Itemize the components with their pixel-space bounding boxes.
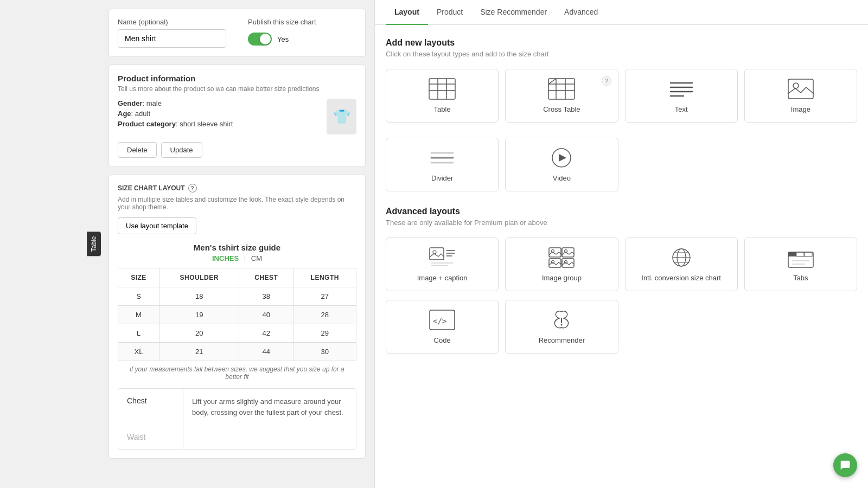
layout-card-image-caption[interactable]: Image + caption	[386, 237, 499, 291]
image-group-label: Image group	[542, 274, 582, 282]
tabs-label: Tabs	[793, 274, 808, 282]
advanced-layouts-title: Advanced layouts	[386, 207, 857, 216]
table-guide-title: Men's tshirt size guide	[118, 243, 356, 252]
layout-card-image-group[interactable]: Image group	[505, 237, 618, 291]
table-row: XL214430	[118, 343, 356, 361]
svg-rect-0	[429, 79, 455, 99]
svg-rect-45	[805, 252, 812, 256]
unit-selector: INCHES | CM	[118, 254, 356, 262]
use-template-button[interactable]: Use layout template	[118, 217, 196, 234]
category-field: Product category: short sleeve shirt	[118, 120, 233, 128]
cross-table-question-icon[interactable]: ?	[602, 76, 611, 86]
size-table: SIZE SHOULDER CHEST LENGTH S183827M19402…	[118, 268, 356, 361]
svg-rect-43	[788, 252, 796, 256]
floating-table-tab[interactable]: Table	[87, 232, 101, 256]
recommender-icon	[548, 309, 575, 331]
size-chart-layout-card: SIZE CHART LAYOUT ? Add in multiple size…	[108, 175, 366, 459]
col-size: SIZE	[118, 268, 159, 287]
image-label: Image	[791, 105, 810, 113]
size-chart-layout-title: SIZE CHART LAYOUT	[118, 184, 185, 192]
publish-toggle-text: Yes	[277, 35, 289, 43]
layout-card-tabs[interactable]: Tabs	[744, 237, 857, 291]
unit-divider: |	[244, 254, 246, 262]
layout-card-recommender[interactable]: Recommender	[505, 300, 618, 354]
product-info-description: Tell us more about the product so we can…	[118, 85, 356, 93]
layout-card-code[interactable]: </> Code	[386, 300, 499, 354]
table-row: L204229	[118, 324, 356, 343]
svg-point-23	[433, 251, 436, 254]
text-label: Text	[675, 105, 688, 113]
publish-toggle[interactable]	[248, 33, 272, 46]
image-caption-label: Image + caption	[417, 274, 468, 282]
layout-content: Add new layouts Click on these layout ty…	[375, 25, 868, 375]
basic-layouts-grid: Table ?	[386, 69, 857, 123]
image-icon	[787, 78, 814, 100]
tab-layout[interactable]: Layout	[386, 0, 428, 25]
layout-card-video[interactable]: Video	[505, 138, 618, 191]
name-label: Name (optional)	[118, 18, 226, 26]
measurement-guide: Chest Lift your arms slightly and measur…	[118, 388, 356, 450]
update-button[interactable]: Update	[161, 142, 202, 158]
svg-rect-44	[796, 252, 804, 256]
svg-rect-22	[430, 248, 444, 260]
unit-cm[interactable]: CM	[251, 254, 262, 262]
unit-inches[interactable]: INCHES	[212, 254, 239, 262]
advanced-layouts-desc: These are only available for Premium pla…	[386, 219, 857, 227]
table-footnote: if your measurements fall between sizes,…	[118, 365, 356, 381]
video-label: Video	[553, 174, 571, 182]
waist-desc	[183, 425, 356, 449]
divider-label: Divider	[431, 174, 453, 182]
col-length: LENGTH	[293, 268, 356, 287]
chest-desc: Lift your arms slightly and measure arou…	[183, 389, 356, 425]
waist-label: Waist	[118, 425, 183, 449]
right-panel: Layout Product Size Recommender Advanced…	[374, 0, 868, 488]
tab-advanced[interactable]: Advanced	[556, 0, 607, 25]
layout-card-cross-table[interactable]: ? Cross Table	[505, 69, 618, 123]
svg-line-10	[548, 79, 556, 84]
help-icon[interactable]: ?	[188, 184, 197, 192]
video-icon	[548, 147, 575, 169]
publish-section: Publish this size chart Yes	[248, 18, 316, 46]
publish-label: Publish this size chart	[248, 18, 316, 26]
svg-point-51	[561, 324, 563, 326]
code-label: Code	[434, 336, 451, 344]
svg-point-30	[552, 250, 554, 253]
add-layouts-desc: Click on these layout types and add to t…	[386, 50, 857, 58]
recommender-label: Recommender	[539, 336, 585, 344]
table-icon	[429, 78, 456, 100]
divider-icon	[429, 147, 456, 169]
chat-button[interactable]	[833, 453, 857, 477]
svg-marker-21	[559, 154, 566, 162]
tab-size-recommender[interactable]: Size Recommender	[471, 0, 556, 25]
image-caption-icon	[429, 247, 456, 268]
layout-card-text[interactable]: Text	[625, 69, 738, 123]
layout-card-divider[interactable]: Divider	[386, 138, 499, 191]
col-shoulder: SHOULDER	[159, 268, 239, 287]
chest-label: Chest	[118, 389, 183, 425]
cross-table-icon	[548, 78, 575, 100]
gender-field: Gender: male	[118, 99, 233, 107]
text-icon	[668, 78, 695, 100]
table-label: Table	[434, 105, 451, 113]
delete-button[interactable]: Delete	[118, 142, 157, 158]
table-guide: Men's tshirt size guide INCHES | CM SIZE…	[118, 243, 356, 381]
layout-card-table[interactable]: Table	[386, 69, 499, 123]
name-publish-card: Name (optional) Publish this size chart …	[108, 9, 366, 57]
waist-row: Waist	[118, 425, 356, 449]
intl-conversion-icon	[668, 247, 695, 268]
name-field-group: Name (optional)	[118, 18, 226, 48]
name-input[interactable]	[118, 29, 226, 48]
svg-point-16	[793, 83, 799, 88]
add-layouts-title: Add new layouts	[386, 38, 857, 48]
svg-point-32	[565, 250, 567, 253]
product-image: 👕	[327, 99, 356, 134]
tab-product[interactable]: Product	[428, 0, 471, 25]
advanced-layouts-grid-1: Image + caption	[386, 237, 857, 291]
tabs-icon	[787, 247, 814, 268]
product-info-card: Product information Tell us more about t…	[108, 65, 366, 167]
layout-card-intl-conversion[interactable]: Intl. conversion size chart	[625, 237, 738, 291]
layout-card-image[interactable]: Image	[744, 69, 857, 123]
col-chest: CHEST	[239, 268, 293, 287]
code-icon: </>	[429, 309, 456, 331]
product-info-title: Product information	[118, 74, 356, 83]
